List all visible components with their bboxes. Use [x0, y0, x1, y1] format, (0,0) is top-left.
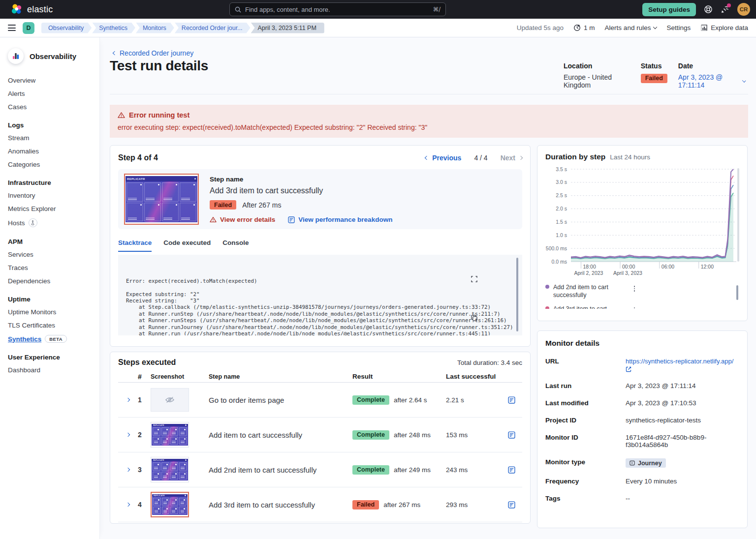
external-link-icon[interactable] — [626, 366, 739, 372]
screenshot-product-grid — [152, 461, 188, 480]
space-badge[interactable]: D — [23, 22, 34, 34]
back-link[interactable]: Recorded Order journey — [113, 49, 193, 57]
cart-icon — [185, 495, 186, 496]
next-button[interactable]: Next — [501, 154, 522, 162]
legend-options-icon[interactable] — [632, 284, 637, 293]
sidebar-item-inventory[interactable]: Inventory — [8, 192, 92, 199]
result-after: after 248 ms — [394, 431, 431, 439]
meta-location: Location Europe - United Kingdom — [564, 62, 630, 89]
expand-row-button[interactable] — [118, 503, 138, 506]
product-card — [179, 498, 187, 505]
sidebar-item-stream[interactable]: Stream — [8, 134, 92, 142]
sidebar-item-dependencies[interactable]: Dependencies — [8, 277, 92, 285]
performance-breakdown-button[interactable] — [505, 501, 522, 509]
sidebar-item-uptime-monitors[interactable]: Uptime Monitors — [8, 308, 92, 316]
help-icon[interactable] — [704, 5, 713, 14]
screenshot-thumbnail[interactable]: REPLICATR — [151, 457, 189, 482]
sidebar-item-hosts[interactable]: Hosts — [8, 218, 92, 227]
observability-app-icon — [8, 48, 24, 64]
scrollbar[interactable] — [516, 258, 518, 331]
tab-code-executed[interactable]: Code executed — [163, 239, 211, 252]
legend-item[interactable]: Add 2nd item to cart successfully — [545, 283, 636, 299]
meta-date: Date Apr 3, 2023 @ 17:11:14 — [678, 62, 745, 89]
sidebar-item-services[interactable]: Services — [8, 251, 92, 258]
search-input[interactable] — [245, 6, 429, 13]
copy-icon[interactable] — [471, 302, 509, 335]
sidebar-item-anomalies[interactable]: Anomalies — [8, 148, 92, 155]
sidebar-item-traces[interactable]: Traces — [8, 264, 92, 271]
sidebar-item-categories[interactable]: Categories — [8, 161, 92, 168]
breadcrumb-item-1[interactable]: Observability — [41, 23, 92, 33]
sidebar-section: User ExperienceDashboard — [8, 354, 92, 374]
total-duration: Total duration: 3.4 sec — [457, 359, 522, 366]
product-card — [144, 203, 161, 221]
sidebar-item-tls-certificates[interactable]: TLS Certificates — [8, 322, 92, 329]
breadcrumb-item-3[interactable]: Monitors — [136, 23, 174, 33]
stacktrace-line: Received string: "3" — [126, 298, 500, 304]
sidebar-item-metrics-explorer[interactable]: Metrics Explorer — [8, 205, 92, 212]
sidebar-item-label: Inventory — [8, 192, 35, 199]
settings-link[interactable]: Settings — [666, 24, 691, 31]
monitor-row-label: Frequency — [545, 478, 626, 485]
news-feed-icon[interactable] — [721, 5, 729, 14]
sidebar-item-alerts[interactable]: Alerts — [8, 90, 92, 97]
tab-console[interactable]: Console — [222, 239, 249, 252]
performance-breakdown-button[interactable] — [505, 396, 522, 404]
date-picker[interactable]: Apr 3, 2023 @ 17:11:14 — [678, 73, 745, 89]
performance-breakdown-button[interactable] — [505, 431, 522, 439]
monitor-row-value: Apr 3, 2023 @ 17:11:14 — [626, 382, 739, 389]
monitor-row-tags: Tags-- — [545, 495, 739, 502]
svg-text:500.0 ms: 500.0 ms — [546, 245, 567, 251]
flask-icon — [29, 218, 37, 227]
fullscreen-icon[interactable] — [471, 263, 509, 296]
expand-row-button[interactable] — [118, 468, 138, 471]
screenshot-thumbnail[interactable]: REPLICATR — [151, 492, 189, 517]
sidebar-item-dashboard[interactable]: Dashboard — [8, 366, 92, 374]
monitor-row-value: Journey — [626, 458, 739, 468]
tab-stacktrace[interactable]: Stacktrace — [118, 239, 152, 252]
breadcrumb-item-2[interactable]: Synthetics — [92, 23, 135, 33]
breadcrumb-item-4[interactable]: Recorded Order jour... — [175, 23, 251, 33]
alerts-and-rules-menu[interactable]: Alerts and rules — [605, 24, 657, 31]
menu-icon[interactable] — [6, 23, 18, 33]
sidebar-item-label: Categories — [8, 161, 40, 168]
previous-button[interactable]: Previous — [425, 154, 461, 162]
product-card — [179, 437, 187, 445]
error-message: error executing step: expect(received).t… — [118, 123, 740, 131]
screenshot-thumbnail[interactable]: REPLICATR — [151, 422, 189, 448]
expand-row-button[interactable] — [118, 398, 138, 401]
screenshot-product-grid — [152, 497, 188, 515]
setup-guides-button[interactable]: Setup guides — [642, 3, 696, 16]
sidebar-item-overview[interactable]: Overview — [8, 77, 92, 84]
eye-off-icon — [165, 396, 175, 404]
performance-breakdown-button[interactable] — [505, 466, 522, 474]
avatar[interactable]: CR — [737, 3, 750, 16]
duration-chart[interactable]: 0.0 ms500.0 ms1.0 s1.5 s2.0 s2.5 s3.0 s3… — [545, 164, 739, 282]
clock-icon — [573, 24, 581, 31]
screenshot-app-navbar: REPLICATR — [126, 176, 197, 181]
stacktrace-line: at Runner.run (/usr/share/heartbeat/.nod… — [126, 330, 500, 335]
legend-item[interactable]: Add 3rd item to cart successfully — [545, 305, 636, 309]
scrollbar[interactable] — [736, 285, 738, 300]
screenshot-thumbnail[interactable]: REPLICATR — [124, 174, 199, 225]
view-error-details-link[interactable]: View error details — [210, 216, 275, 223]
monitor-row-label: Last run — [545, 382, 626, 389]
sidebar-app-title: Observability — [30, 52, 76, 60]
elastic-logo[interactable]: elastic — [11, 3, 53, 15]
step-name-cell: Go to order items page — [209, 396, 352, 404]
sidebar-item-synthetics[interactable]: SyntheticsBETA — [8, 335, 92, 343]
view-performance-breakdown-link[interactable]: View performance breakdown — [288, 216, 392, 223]
product-card — [161, 472, 169, 479]
step-screenshot[interactable]: REPLICATR — [124, 174, 199, 225]
expand-row-button[interactable] — [118, 433, 138, 436]
sidebar-section-title: APM — [8, 238, 92, 245]
monitor-url-link[interactable]: https://synthetics-replicator.netlify.ap… — [626, 358, 733, 365]
product-card — [153, 462, 160, 470]
sidebar-item-cases[interactable]: Cases — [8, 103, 92, 111]
steps-table-header: # Screenshot Step name Result Last succe… — [118, 371, 522, 383]
explore-data-link[interactable]: Explore data — [700, 24, 748, 31]
refresh-interval[interactable]: 1 m — [573, 24, 595, 31]
global-search[interactable]: ⌘/ — [229, 2, 446, 16]
step-result-cell: Failedafter 267 ms — [352, 500, 446, 509]
legend-options-icon[interactable] — [632, 306, 637, 309]
